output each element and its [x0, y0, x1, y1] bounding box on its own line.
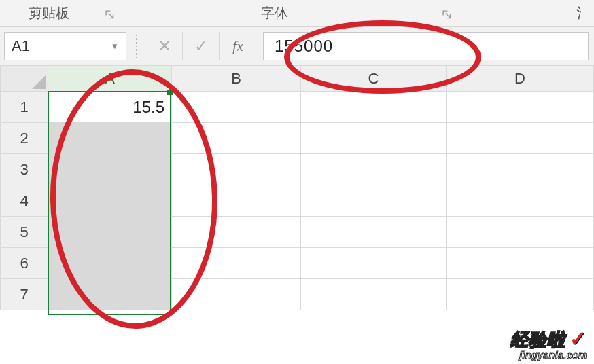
row-header-5[interactable]: 5: [1, 217, 48, 248]
check-icon: ✓: [194, 37, 208, 56]
row-header-1[interactable]: 1: [1, 92, 48, 123]
row-header-2[interactable]: 2: [1, 123, 48, 154]
cell-A6[interactable]: [48, 248, 172, 279]
close-icon: ✕: [158, 37, 171, 56]
column-header-C[interactable]: C: [301, 66, 447, 92]
cell-B7[interactable]: [172, 279, 301, 310]
column-header-D[interactable]: D: [447, 66, 594, 92]
cell-D7[interactable]: [447, 279, 594, 310]
insert-function-button[interactable]: fx: [220, 32, 256, 60]
cell-B4[interactable]: [172, 185, 301, 217]
spreadsheet-grid[interactable]: A B C D 1 15.5 2 3 4: [0, 65, 594, 364]
select-all-corner[interactable]: [1, 66, 48, 92]
cell-C3[interactable]: [301, 154, 447, 185]
clipboard-launcher-icon[interactable]: [103, 8, 116, 20]
formula-input[interactable]: 155000: [263, 32, 589, 60]
cell-C1[interactable]: [301, 92, 447, 123]
font-group-label: 字体: [261, 4, 288, 22]
truncated-group-label: 氵: [576, 4, 590, 22]
cell-D5[interactable]: [447, 217, 594, 248]
cell-B1[interactable]: [172, 92, 301, 123]
cell-B2[interactable]: [172, 123, 301, 154]
name-box[interactable]: A1 ▼: [4, 32, 126, 60]
cell-C2[interactable]: [301, 123, 447, 154]
row-header-6[interactable]: 6: [1, 248, 48, 279]
formula-value: 155000: [275, 37, 333, 56]
formula-bar: A1 ▼ ✕ ✓ fx 155000: [0, 27, 594, 65]
cell-C5[interactable]: [301, 217, 447, 248]
cell-C7[interactable]: [301, 279, 447, 310]
cell-D6[interactable]: [447, 248, 594, 279]
cell-D1[interactable]: [447, 92, 594, 123]
cell-C4[interactable]: [301, 185, 447, 217]
fx-icon: fx: [232, 37, 243, 55]
accept-button[interactable]: ✓: [183, 32, 220, 60]
ribbon-group-labels: 剪贴板 字体 氵: [0, 0, 594, 27]
cell-B3[interactable]: [172, 154, 301, 185]
cell-A7[interactable]: [48, 279, 172, 310]
chevron-down-icon[interactable]: ▼: [111, 41, 119, 51]
separator: [136, 35, 137, 58]
cell-D4[interactable]: [447, 185, 594, 217]
row-header-3[interactable]: 3: [1, 154, 48, 185]
column-header-B[interactable]: B: [172, 66, 301, 92]
cell-A2[interactable]: [48, 123, 172, 154]
cell-D2[interactable]: [447, 123, 594, 154]
column-header-A[interactable]: A: [48, 66, 172, 92]
cell-B6[interactable]: [172, 248, 301, 279]
cancel-button[interactable]: ✕: [146, 32, 183, 60]
cell-A4[interactable]: [48, 185, 172, 217]
cell-D3[interactable]: [447, 154, 594, 185]
cell-A5[interactable]: [48, 217, 172, 248]
font-launcher-icon[interactable]: [440, 8, 453, 20]
cell-A1[interactable]: 15.5: [48, 92, 172, 123]
clipboard-group-label: 剪贴板: [29, 4, 69, 22]
cell-A3[interactable]: [48, 154, 172, 185]
row-header-7[interactable]: 7: [1, 279, 48, 310]
cell-C6[interactable]: [301, 248, 447, 279]
row-header-4[interactable]: 4: [1, 185, 48, 217]
cell-B5[interactable]: [172, 217, 301, 248]
name-box-value: A1: [12, 37, 30, 55]
